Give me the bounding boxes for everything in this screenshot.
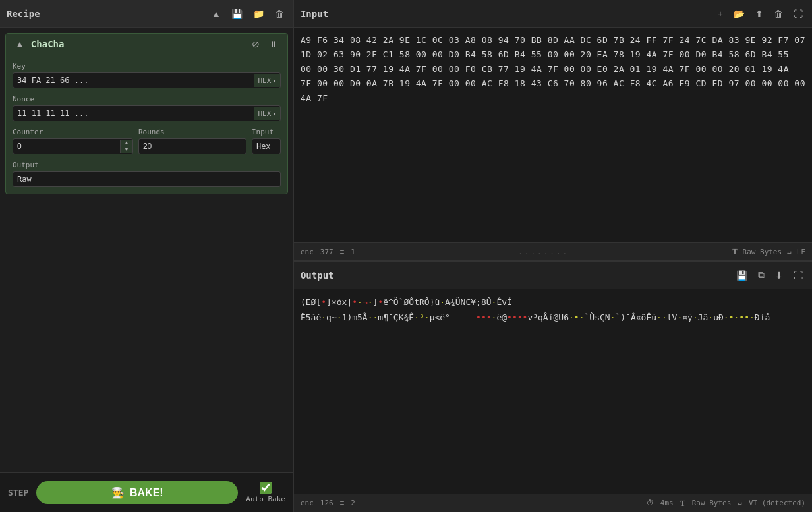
- rounds-group: Rounds: [138, 128, 246, 154]
- output-header-icons: 💾 ⧉ ⬇ ⛶: [734, 268, 805, 282]
- output-status-left: enc 126 ≡ 2: [301, 499, 355, 507]
- chacha-disable-button[interactable]: ⊘: [249, 38, 262, 51]
- save-recipe-button[interactable]: 💾: [229, 7, 245, 20]
- clock-icon: ⏱: [647, 499, 654, 507]
- format-label: Raw Bytes: [743, 248, 782, 256]
- rounds-label: Rounds: [138, 128, 246, 136]
- input-open-button[interactable]: 📂: [731, 7, 747, 20]
- rounds-input[interactable]: [139, 139, 246, 154]
- chacha-block: ▲ ChaCha ⊘ ⏸ Key: [5, 33, 288, 194]
- input-type-label: Input: [252, 128, 281, 136]
- counter-down-button[interactable]: ▼: [121, 146, 132, 153]
- dots-divider: ........: [518, 248, 569, 256]
- key-label: Key: [13, 62, 281, 71]
- output-status-bar: enc 126 ≡ 2 ⏱ 4ms 𝐓 Raw Bytes ↵ VT (dete…: [294, 494, 812, 512]
- hex-line-5: 4A 7F: [301, 91, 805, 105]
- counter-rounds-row: Counter ▲ ▼ Rounds: [13, 128, 281, 154]
- out-enc-value: 126: [320, 499, 334, 507]
- out-lines-value: 2: [351, 499, 355, 507]
- output-label: Output: [13, 161, 281, 169]
- input-status-bar: enc 377 ≡ 1 ........ 𝐓 Raw Bytes ↵ LF: [294, 242, 812, 261]
- lines-value: 1: [351, 248, 355, 256]
- output-status-right: ⏱ 4ms 𝐓 Raw Bytes ↵ VT (detected): [647, 499, 805, 508]
- lines-icon: ≡: [340, 248, 345, 256]
- output-header: Output 💾 ⧉ ⬇ ⛶: [294, 262, 812, 289]
- output-download-button[interactable]: ⬇: [772, 268, 786, 282]
- input-expand-button[interactable]: ⛶: [791, 7, 805, 20]
- recipe-header: Recipe ▲ 💾 📁 🗑: [0, 0, 293, 28]
- counter-group: Counter ▲ ▼: [13, 128, 133, 154]
- input-header-icons: + 📂 ⬆ 🗑 ⛶: [715, 7, 805, 20]
- counter-up-button[interactable]: ▲: [121, 140, 132, 146]
- key-input[interactable]: [13, 73, 254, 88]
- nonce-group: Nonce HEX ▾: [13, 95, 281, 121]
- open-recipe-button[interactable]: 📁: [250, 7, 267, 20]
- recipe-content: ▲ ChaCha ⊘ ⏸ Key: [0, 28, 293, 472]
- out-enc-label: enc: [301, 499, 314, 507]
- newline-label: LF: [797, 248, 805, 256]
- bottom-bar: STEP 👨‍🍳 BAKE! Auto Bake: [0, 472, 293, 512]
- key-row: Key HEX ▾: [13, 62, 281, 88]
- output-value[interactable]: Raw: [13, 171, 281, 187]
- hex-content[interactable]: A9 F6 34 08 42 2A 9E 1C 0C 03 A8 08 94 7…: [294, 28, 812, 242]
- output-title: Output: [301, 270, 334, 281]
- input-clear-button[interactable]: 🗑: [771, 7, 786, 20]
- output-save-button[interactable]: 💾: [734, 268, 750, 282]
- status-left: enc 377 ≡ 1: [301, 248, 355, 256]
- out-text-icon: 𝐓: [680, 499, 685, 508]
- output-copy-button[interactable]: ⧉: [755, 268, 767, 282]
- recipe-header-icons: ▲ 💾 📁 🗑: [209, 7, 287, 20]
- enc-value: 377: [320, 248, 334, 256]
- text-icon: 𝐓: [732, 247, 738, 256]
- output-section: Output 💾 ⧉ ⬇ ⛶ (EØ[•]×óx|•·¬·]•ê^Ö`ØÔtRÔ…: [294, 262, 812, 512]
- chef-icon: 👨‍🍳: [111, 486, 125, 499]
- enc-label: enc: [301, 248, 314, 256]
- key-input-row: HEX ▾: [13, 72, 281, 88]
- right-panel: Input + 📂 ⬆ 🗑 ⛶ A9 F6 34 08 42 2A 9E 1C …: [294, 0, 812, 512]
- left-panel: Recipe ▲ 💾 📁 🗑 ▲ ChaCha ⊘ ⏸: [0, 0, 294, 512]
- hex-line-4: 7F 00 00 D0 0A 7B 19 4A 7F 00 00 AC F8 1…: [301, 76, 805, 91]
- counter-input[interactable]: [13, 139, 120, 154]
- input-type-value[interactable]: Hex: [252, 138, 281, 154]
- output-line-1: (EØ[•]×óx|•·¬·]•ê^Ö`ØÔtRÔ}û·A¾ÜNC¥;8Û·Êv…: [301, 295, 805, 310]
- hex-line-1: A9 F6 34 08 42 2A 9E 1C 0C 03 A8 08 94 7…: [301, 33, 805, 47]
- out-format-label: Raw Bytes: [692, 499, 732, 507]
- time-label: 4ms: [660, 499, 674, 507]
- nonce-label: Nonce: [13, 95, 281, 103]
- input-upload-button[interactable]: ⬆: [753, 7, 766, 20]
- chacha-header-icons: ⊘ ⏸: [249, 38, 281, 51]
- out-lines-icon: ≡: [340, 499, 345, 507]
- bake-label: BAKE!: [130, 487, 163, 499]
- counter-label: Counter: [13, 128, 133, 136]
- key-group: Key HEX ▾: [13, 62, 281, 88]
- key-format-dropdown[interactable]: HEX ▾: [254, 74, 280, 87]
- nonce-row: Nonce HEX ▾: [13, 95, 281, 121]
- output-group: Output Raw: [13, 161, 281, 187]
- auto-bake-checkbox[interactable]: [260, 482, 272, 494]
- input-title: Input: [301, 9, 328, 19]
- output-line-2: Ë5ãé·q~·1)m5Ã··m¶¯ÇK¾Ê·³·μ<ë° •••·ë@••••…: [301, 310, 805, 325]
- recipe-title: Recipe: [7, 9, 40, 19]
- out-newline-label: VT (detected): [749, 499, 805, 507]
- bake-button[interactable]: 👨‍🍳 BAKE!: [36, 481, 238, 504]
- chacha-header: ▲ ChaCha ⊘ ⏸: [6, 34, 287, 55]
- nonce-format-dropdown[interactable]: HEX ▾: [254, 107, 280, 120]
- chacha-collapse-button[interactable]: ▲: [13, 38, 27, 51]
- input-section: Input + 📂 ⬆ 🗑 ⛶ A9 F6 34 08 42 2A 9E 1C …: [294, 0, 812, 262]
- output-expand-button[interactable]: ⛶: [791, 268, 805, 282]
- hex-line-2: 1D 02 63 90 2E C1 58 00 00 D0 B4 58 6D B…: [301, 47, 805, 62]
- nonce-input-row: HEX ▾: [13, 105, 281, 121]
- input-header: Input + 📂 ⬆ 🗑 ⛶: [294, 0, 812, 28]
- delete-recipe-button[interactable]: 🗑: [272, 7, 287, 20]
- counter-input-row: ▲ ▼: [13, 138, 133, 154]
- input-add-button[interactable]: +: [715, 7, 726, 20]
- counter-spinners: ▲ ▼: [120, 140, 132, 153]
- nonce-input[interactable]: [13, 106, 254, 121]
- out-newline-icon: ↵: [738, 499, 742, 507]
- collapse-button[interactable]: ▲: [209, 7, 223, 20]
- auto-bake-label: Auto Bake: [246, 495, 285, 503]
- hex-line-3: 00 00 30 D1 77 19 4A 7F 00 00 F0 CB 77 1…: [301, 62, 805, 76]
- chacha-pause-button[interactable]: ⏸: [266, 38, 281, 51]
- output-content[interactable]: (EØ[•]×óx|•·¬·]•ê^Ö`ØÔtRÔ}û·A¾ÜNC¥;8Û·Êv…: [294, 289, 812, 494]
- chacha-title: ChaCha: [31, 39, 65, 49]
